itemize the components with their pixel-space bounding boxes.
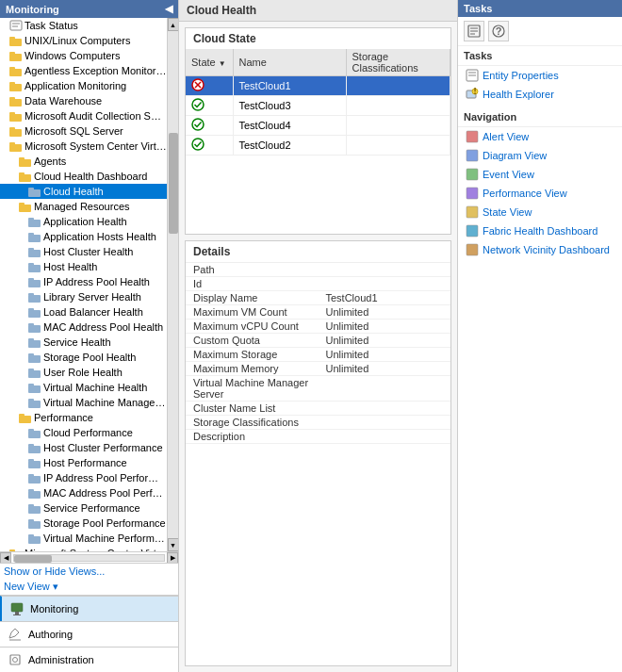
svg-rect-46 bbox=[28, 353, 34, 356]
host-cluster-perf-icon bbox=[28, 441, 41, 454]
sidebar-item-vm-perf[interactable]: Virtual Machine Performance bbox=[0, 531, 167, 546]
sidebar-item-host-health[interactable]: Host Health bbox=[0, 259, 167, 274]
nav-item-1[interactable]: Diagram View bbox=[458, 146, 622, 165]
agents-label: Agents bbox=[34, 156, 66, 167]
sidebar-item-vmm-server-health[interactable]: Virtual Machine Manager Server Health bbox=[0, 395, 167, 410]
svg-rect-42 bbox=[28, 323, 34, 326]
sidebar-item-ip-addr-pool-health[interactable]: IP Address Pool Health bbox=[0, 274, 167, 289]
cloud-row-2[interactable]: TestCloud4 bbox=[186, 116, 450, 136]
hscroll-right-arrow[interactable]: ▶ bbox=[167, 552, 178, 564]
detail-label-9: Cluster Name List bbox=[186, 402, 319, 416]
show-hide-views-link[interactable]: Show or Hide Views... bbox=[0, 564, 178, 579]
detail-value-3: Unlimited bbox=[319, 305, 451, 320]
scroll-thumb[interactable] bbox=[169, 133, 178, 234]
sidebar-item-agentless[interactable]: Agentless Exception Monitoring bbox=[0, 63, 167, 78]
cloud-status-2 bbox=[186, 116, 233, 136]
cloud-name-2: TestCloud4 bbox=[233, 116, 346, 136]
sidebar-item-windows[interactable]: Windows Computers bbox=[0, 48, 167, 63]
svg-rect-41 bbox=[28, 325, 41, 333]
sidebar-item-audit-collection[interactable]: Microsoft Audit Collection Services bbox=[0, 108, 167, 123]
sidebar-item-storage-pool-health[interactable]: Storage Pool Health bbox=[0, 350, 167, 365]
sidebar-item-load-balancer-health[interactable]: Load Balancer Health bbox=[0, 304, 167, 320]
sidebar-item-data-warehouse[interactable]: Data Warehouse bbox=[0, 93, 167, 108]
nav-btn-authoring[interactable]: Authoring bbox=[0, 621, 178, 647]
sidebar-item-host-perf[interactable]: Host Performance bbox=[0, 455, 167, 470]
properties-icon-btn[interactable] bbox=[464, 21, 484, 41]
col-state[interactable]: State ▼ bbox=[186, 49, 233, 76]
svg-rect-40 bbox=[28, 308, 34, 311]
nav-item-6[interactable]: Network Vicinity Dashboard bbox=[458, 240, 622, 259]
task-item-0[interactable]: Entity Properties bbox=[458, 66, 622, 85]
new-view-link[interactable]: New View ▾ bbox=[0, 579, 178, 595]
nav-item-5[interactable]: Fabric Health Dashboard bbox=[458, 221, 622, 240]
col-name[interactable]: Name bbox=[233, 49, 346, 76]
sidebar-item-vm-health[interactable]: Virtual Machine Health bbox=[0, 380, 167, 395]
sidebar-item-app-health[interactable]: Application Health bbox=[0, 214, 167, 229]
help-icon: ? bbox=[492, 25, 505, 38]
sidebar-item-ip-addr-pool-perf[interactable]: IP Address Pool Performance bbox=[0, 470, 167, 485]
hscroll-left-arrow[interactable]: ◀ bbox=[0, 552, 11, 564]
svg-rect-37 bbox=[28, 295, 41, 303]
nav-item-0[interactable]: Alert View bbox=[458, 127, 622, 146]
help-icon-btn[interactable]: ? bbox=[488, 21, 509, 41]
nav-item-2[interactable]: Event View bbox=[458, 165, 622, 184]
sidebar-item-managed-resources[interactable]: Managed Resources bbox=[0, 199, 167, 214]
cloud-row-0[interactable]: TestCloud1 bbox=[186, 76, 450, 96]
task-item-1[interactable]: !Health Explorer bbox=[458, 85, 622, 104]
nav-item-4[interactable]: State View bbox=[458, 203, 622, 221]
tasks-items: Entity Properties!Health Explorer bbox=[458, 66, 622, 104]
sidebar-item-unixlinux[interactable]: UNIX/Linux Computers bbox=[0, 33, 167, 48]
vmm-server-health-label: Virtual Machine Manager Server Health bbox=[43, 397, 167, 408]
sidebar-item-cloud-health[interactable]: Cloud Health bbox=[0, 184, 167, 199]
hscroll-thumb[interactable] bbox=[14, 555, 52, 563]
svg-rect-61 bbox=[28, 476, 41, 484]
sidebar-item-user-role-health[interactable]: User Role Health bbox=[0, 365, 167, 380]
cloud-state-title: Cloud State bbox=[186, 28, 450, 49]
svg-rect-81 bbox=[11, 603, 23, 612]
sidebar-item-library-server-health[interactable]: Library Server Health bbox=[0, 289, 167, 304]
sidebar-item-cloud-health-dashboard[interactable]: Cloud Health Dashboard bbox=[0, 169, 167, 184]
cloud-health-dashboard-icon bbox=[19, 170, 32, 183]
sidebar-item-app-hosts-health[interactable]: Application Hosts Health bbox=[0, 229, 167, 244]
tasks-icon-bar: ? bbox=[458, 17, 622, 46]
col-storage[interactable]: Storage Classifications bbox=[346, 49, 450, 76]
sidebar-item-scvmm[interactable]: Microsoft System Center Virtual Machine … bbox=[0, 139, 167, 154]
sidebar-item-mac-addr-pool-perf[interactable]: MAC Address Pool Performance bbox=[0, 485, 167, 500]
nav-task-label-4: State View bbox=[483, 206, 532, 218]
task-icon-1: ! bbox=[466, 88, 479, 101]
sidebar-item-performance[interactable]: Performance bbox=[0, 410, 167, 425]
sidebar-item-app-monitoring[interactable]: Application Monitoring bbox=[0, 78, 167, 93]
sidebar-item-sql-server[interactable]: Microsoft SQL Server bbox=[0, 123, 167, 139]
cloud-name-3: TestCloud2 bbox=[233, 136, 346, 156]
app-monitoring-icon bbox=[9, 79, 23, 92]
detail-label-6: Maximum Storage bbox=[186, 348, 319, 362]
app-hosts-health-icon bbox=[28, 230, 41, 243]
cloud-row-1[interactable]: TestCloud3 bbox=[186, 96, 450, 116]
sidebar-item-task-status[interactable]: Task Status bbox=[0, 18, 167, 33]
nav-btn-administration[interactable]: Administration bbox=[0, 647, 178, 672]
unixlinux-icon bbox=[9, 34, 23, 47]
host-perf-icon bbox=[28, 456, 41, 469]
svg-text:?: ? bbox=[496, 25, 502, 37]
sidebar-item-storage-pool-perf[interactable]: Storage Pool Performance bbox=[0, 516, 167, 531]
svg-rect-6 bbox=[9, 52, 15, 55]
sidebar-collapse-icon[interactable]: ◀ bbox=[165, 3, 172, 15]
sidebar-item-mac-addr-pool-health[interactable]: MAC Address Pool Health bbox=[0, 320, 167, 335]
svg-rect-59 bbox=[28, 461, 41, 468]
nav-btn-monitoring[interactable]: Monitoring bbox=[0, 596, 178, 621]
cloud-row-3[interactable]: TestCloud2 bbox=[186, 136, 450, 156]
svg-rect-70 bbox=[28, 534, 34, 537]
sidebar-item-service-perf[interactable]: Service Performance bbox=[0, 500, 167, 516]
svg-rect-24 bbox=[28, 188, 34, 190]
nav-item-3[interactable]: Performance View bbox=[458, 184, 622, 203]
sidebar-item-agents[interactable]: Agents bbox=[0, 154, 167, 169]
windows-label: Windows Computers bbox=[25, 50, 120, 61]
sidebar-item-host-cluster-perf[interactable]: Host Cluster Performance bbox=[0, 440, 167, 455]
sidebar-item-host-cluster-health[interactable]: Host Cluster Health bbox=[0, 244, 167, 259]
svg-rect-64 bbox=[28, 489, 34, 492]
scroll-up-arrow[interactable]: ▲ bbox=[168, 18, 179, 31]
sidebar-item-cloud-perf[interactable]: Cloud Performance bbox=[0, 425, 167, 440]
tasks-panel: Tasks ? Tasks Entity Properties!Health E… bbox=[457, 0, 622, 672]
scroll-down-arrow[interactable]: ▼ bbox=[168, 538, 179, 551]
sidebar-item-service-health[interactable]: Service Health bbox=[0, 335, 167, 350]
